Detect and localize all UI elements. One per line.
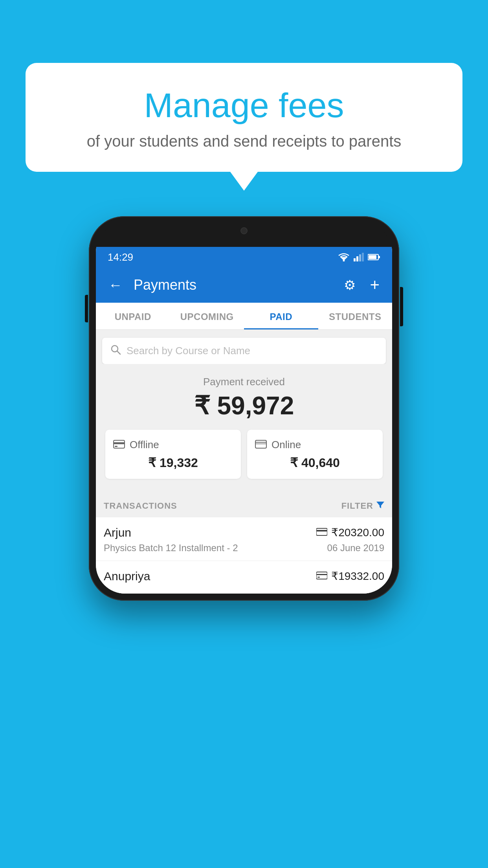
- tab-students[interactable]: STUDENTS: [318, 303, 393, 329]
- transaction-amount: ₹20320.00: [331, 526, 384, 539]
- svg-rect-19: [316, 530, 327, 531]
- offline-card: Offline ₹ 19,332: [105, 430, 241, 479]
- search-input[interactable]: Search by Course or Name: [127, 345, 378, 357]
- transaction-top: Anupriya ₹19332.00: [104, 570, 384, 583]
- bubble-title: Manage fees: [45, 86, 443, 125]
- filter-label: FILTER: [341, 501, 373, 511]
- battery-icon: [368, 254, 380, 261]
- volume-button: [85, 295, 88, 322]
- notch: [226, 223, 262, 238]
- app-background: Manage fees of your students and send re…: [0, 0, 488, 868]
- online-card-header: Online: [255, 438, 375, 451]
- offline-label: Offline: [130, 439, 159, 451]
- bubble-subtitle: of your students and send receipts to pa…: [45, 132, 443, 150]
- svg-rect-3: [356, 256, 358, 261]
- app-bar: ← Payments ⚙ +: [96, 267, 392, 303]
- payment-total-amount: ₹ 59,972: [104, 391, 384, 420]
- transaction-name: Anupriya: [104, 570, 150, 583]
- add-button[interactable]: +: [367, 272, 383, 298]
- filter-button[interactable]: FILTER: [341, 501, 384, 511]
- transaction-top: Arjun ₹20320.00: [104, 526, 384, 539]
- svg-rect-8: [378, 256, 380, 258]
- svg-rect-22: [317, 577, 320, 578]
- settings-button[interactable]: ⚙: [341, 274, 359, 296]
- status-time: 14:29: [108, 251, 133, 263]
- svg-rect-2: [354, 258, 356, 261]
- transactions-header: TRANSACTIONS FILTER: [96, 495, 392, 517]
- svg-rect-13: [115, 446, 117, 447]
- transaction-bottom: Physics Batch 12 Installment - 2 06 June…: [104, 542, 384, 554]
- phone-screen-outer: 14:29: [96, 223, 392, 594]
- svg-rect-7: [369, 255, 376, 259]
- transactions-label: TRANSACTIONS: [104, 501, 177, 511]
- tab-upcoming[interactable]: UPCOMING: [170, 303, 244, 329]
- svg-rect-21: [316, 574, 327, 575]
- transaction-amount-wrap: ₹20320.00: [316, 526, 384, 539]
- svg-line-10: [117, 351, 120, 354]
- svg-rect-18: [316, 528, 327, 535]
- search-bar[interactable]: Search by Course or Name: [102, 338, 386, 364]
- online-amount: ₹ 40,640: [255, 455, 375, 470]
- svg-rect-12: [114, 442, 125, 444]
- power-button: [400, 287, 403, 326]
- phone-notch-bar: [96, 223, 392, 247]
- transaction-date: 06 June 2019: [327, 542, 384, 554]
- search-icon: [110, 344, 121, 358]
- status-bar: 14:29: [96, 247, 392, 267]
- speech-bubble: Manage fees of your students and send re…: [26, 63, 462, 172]
- transaction-amount: ₹19332.00: [331, 570, 384, 583]
- tab-unpaid[interactable]: UNPAID: [96, 303, 170, 329]
- phone-shell: 14:29: [89, 216, 399, 601]
- online-icon: [255, 438, 267, 451]
- svg-rect-20: [316, 572, 327, 579]
- table-row[interactable]: Anupriya ₹19332.00: [96, 561, 392, 594]
- table-row[interactable]: Arjun ₹20320.00: [96, 517, 392, 561]
- svg-rect-14: [255, 440, 266, 448]
- payment-cards: Offline ₹ 19,332: [104, 430, 384, 487]
- transaction-name: Arjun: [104, 526, 131, 539]
- svg-rect-4: [359, 254, 361, 261]
- payment-summary: Payment received ₹ 59,972: [96, 364, 392, 495]
- svg-rect-5: [362, 253, 364, 261]
- filter-icon: [376, 501, 384, 511]
- signal-icon: [354, 253, 364, 261]
- offline-payment-icon: [316, 570, 327, 582]
- offline-icon: [113, 438, 125, 451]
- svg-marker-17: [376, 502, 384, 508]
- svg-rect-15: [255, 442, 266, 443]
- phone-frame: 14:29: [89, 216, 399, 601]
- transaction-amount-wrap: ₹19332.00: [316, 570, 384, 583]
- online-card: Online ₹ 40,640: [247, 430, 383, 479]
- tabs-bar: UNPAID UPCOMING PAID STUDENTS: [96, 303, 392, 330]
- back-button[interactable]: ←: [105, 274, 126, 296]
- online-label: Online: [272, 439, 301, 451]
- tab-paid[interactable]: PAID: [244, 303, 318, 329]
- offline-card-header: Offline: [113, 438, 233, 451]
- offline-amount: ₹ 19,332: [113, 455, 233, 470]
- wifi-icon: [338, 253, 350, 261]
- camera: [240, 227, 248, 234]
- phone-screen: 14:29: [96, 247, 392, 594]
- status-icons: [338, 253, 380, 261]
- online-payment-icon: [316, 526, 327, 539]
- app-title: Payments: [134, 277, 333, 293]
- payment-received-label: Payment received: [104, 376, 384, 388]
- transaction-course: Physics Batch 12 Installment - 2: [104, 542, 238, 554]
